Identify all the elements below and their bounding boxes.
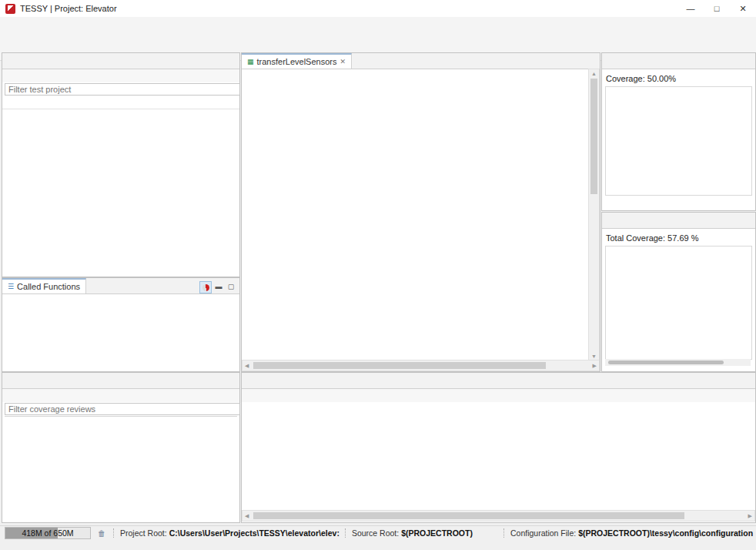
tessy-application-window: TESSY | Project: Elevator — □ ✕ ☰ Called… [0,0,756,550]
title-bar: TESSY | Project: Elevator — □ ✕ [0,0,756,18]
source-root-label: Source Root: [352,528,399,538]
minimize-pane-icon[interactable]: ▬ [213,281,224,292]
project-root-label: Project Root: [120,528,167,538]
maximize-button[interactable]: □ [704,0,730,17]
coverage-reviews-pane [2,372,240,523]
flowchart-hscrollbar[interactable]: ◀ ▶ [242,360,600,371]
menu-bar [0,17,756,30]
minimize-button[interactable]: — [677,0,704,17]
close-tab-icon[interactable]: ✕ [340,58,346,65]
filter-coverage-reviews-input[interactable] [5,403,240,415]
branch-hscrollbar[interactable] [605,359,751,366]
filter-test-project-input[interactable] [5,83,240,96]
coverage-viewer-pane: ▦ transferLevelSensors ✕ ▲ ▼ ◀ ▶ [241,52,600,372]
called-functions-icon: ☰ [8,283,14,290]
editor-hscrollbar[interactable]: ◀ ▶ [242,510,755,521]
memory-gauge[interactable]: 418M of 650M [5,527,91,539]
garbage-collect-icon[interactable]: 🗑 [95,528,108,538]
tab-called-functions[interactable]: ☰ Called Functions [2,278,86,293]
source-root-value: $(PROJECTROOT) [401,528,473,538]
status-bar: 418M of 650M 🗑 Project Root: C:\Users\Us… [0,525,756,540]
app-logo-icon [5,4,15,14]
window-title: TESSY | Project: Elevator [20,4,117,13]
configuration-file-value: $(PROJECTROOT)\tessy\config\configuratio… [578,528,753,538]
tab-transferlevelsensors-flowchart[interactable]: ▦ transferLevelSensors ✕ [242,53,352,69]
maximize-pane-icon[interactable]: ▢ [226,281,236,292]
project-root-value: C:\Users\User\Projects\TESSY\elevator\el… [169,528,340,538]
close-button[interactable]: ✕ [730,0,756,17]
flowchart-vscrollbar[interactable]: ▲ ▼ [588,69,600,361]
source-editor-pane: ◀ ▶ [241,372,756,523]
mcdc-coverage-summary: Coverage: 50.00% [602,69,755,86]
test-project-pane [2,52,240,277]
mcdc-coverage-pane: Coverage: 50.00% [601,52,756,211]
configuration-file-label: Configuration File: [510,528,576,538]
total-coverage-summary: Total Coverage: 57.69 % [602,229,755,246]
pie-toggle-button[interactable] [199,281,212,293]
flowchart-canvas[interactable] [242,69,588,361]
called-functions-pane: ☰ Called Functions ▬ ▢ [2,277,240,372]
reviews-table-body [5,417,237,508]
branch-coverage-pane: Total Coverage: 57.69 % [601,212,756,372]
flowchart-file-icon: ▦ [247,58,254,65]
main-toolbar [0,30,756,45]
